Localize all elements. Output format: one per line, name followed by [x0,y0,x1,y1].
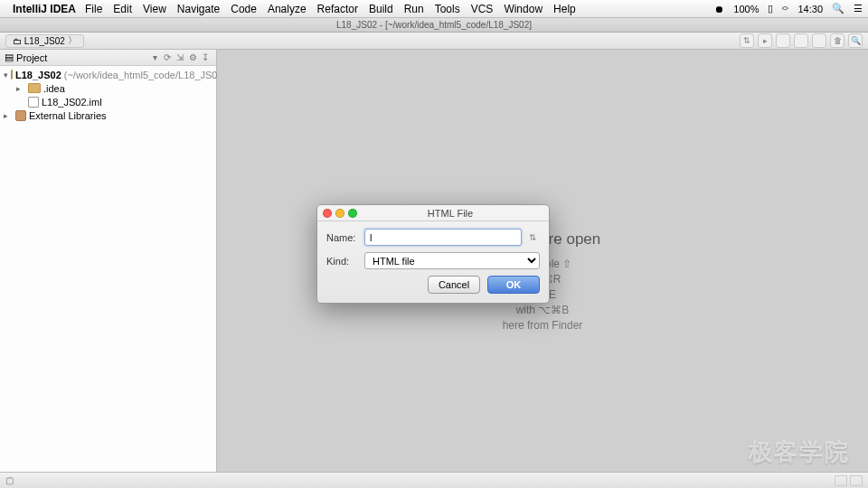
mac-menubar: IntelliJ IDEA File Edit View Navigate Co… [0,0,868,18]
menu-view[interactable]: View [143,3,166,15]
clock[interactable]: 14:30 [797,4,823,14]
menu-run[interactable]: Run [404,3,424,15]
zoom-icon[interactable] [348,209,357,218]
menu-help[interactable]: Help [553,3,576,15]
status-bar: ▢ [0,472,868,488]
chevron-right-icon[interactable]: ▸ [4,111,13,120]
project-tab-icon: ▤ [5,52,14,63]
name-input[interactable] [364,229,522,246]
toolbar-search-icon[interactable]: 🔍 [848,33,863,48]
tree-idea-dir[interactable]: ▸ .idea [0,81,216,95]
window-title: L18_JS02 - [~/work/idea_html5_code/L18_J… [0,18,868,33]
menu-navigate[interactable]: Navigate [177,3,220,15]
breadcrumb-chip[interactable]: 🗀 L18_JS02 〉 [5,34,84,48]
menu-code[interactable]: Code [231,3,257,15]
spotlight-icon[interactable]: 🔍 [832,3,844,14]
folder-icon [11,70,13,80]
dialog-titlebar[interactable]: HTML File [317,205,549,221]
name-label: Name: [326,232,364,243]
welcome-hint: with ⌥⌘B [485,304,601,316]
sidebar-hide-icon[interactable]: ↧ [199,52,212,62]
app-name[interactable]: IntelliJ IDEA [13,3,76,15]
tree-iml-file[interactable]: L18_JS02.iml [0,95,216,108]
menu-icon[interactable]: ☰ [854,3,863,14]
file-icon [28,97,39,108]
sidebar-settings-icon[interactable]: ⚙ [186,52,199,62]
project-tree: ▾ L18_JS02 (~/work/idea_html5_code/L18_J… [0,66,216,124]
ok-button[interactable]: OK [487,276,540,294]
toolbar-trash-icon[interactable]: 🗑 [830,33,844,48]
library-icon [15,110,26,121]
kind-select[interactable]: HTML file [364,252,540,269]
sidebar-sync-icon[interactable]: ⟳ [161,52,174,62]
folder-icon: 🗀 [13,36,22,46]
status-icon[interactable]: ▢ [5,475,14,485]
watermark: 极客学院 [749,436,850,468]
chevron-right-icon[interactable]: ▸ [16,84,25,93]
dialog-title: HTML File [357,208,543,219]
toolbar-btn-2[interactable] [794,33,808,48]
kind-label: Kind: [326,256,364,267]
menu-refactor[interactable]: Refactor [317,3,358,15]
menu-build[interactable]: Build [369,3,393,15]
toolbar-sort-icon[interactable]: ⇅ [740,33,754,48]
wifi-icon[interactable]: ⌔ [782,4,788,14]
battery-icon[interactable]: ▯ [768,3,773,14]
screencast-icon[interactable]: ⏺ [714,4,724,14]
folder-icon [28,83,41,93]
menu-window[interactable]: Window [504,3,542,15]
breadcrumb-bar: 🗀 L18_JS02 〉 ⇅ ▸ 🗑 🔍 [0,33,868,50]
updown-icon[interactable]: ⇅ [525,232,540,242]
project-sidebar: ▤ Project ▾ ⟳ ⇲ ⚙ ↧ ▾ L18_JS02 (~/work/i… [0,50,217,472]
chevron-down-icon[interactable]: ▾ [4,70,8,80]
menu-edit[interactable]: Edit [113,3,132,15]
cancel-button[interactable]: Cancel [428,276,480,294]
status-panel-icon[interactable] [850,475,863,486]
new-html-file-dialog: HTML File Name: ⇅ Kind: HTML file Cancel… [316,204,550,304]
menu-file[interactable]: File [85,3,102,15]
tree-external-libs[interactable]: ▸ External Libraries [0,108,216,122]
battery-pct: 100% [733,4,759,14]
menu-analyze[interactable]: Analyze [268,3,307,15]
toolbar-run-icon[interactable]: ▸ [758,33,772,48]
menu-vcs[interactable]: VCS [471,3,494,15]
toolbar-btn-3[interactable] [812,33,826,48]
menu-tools[interactable]: Tools [435,3,460,15]
close-icon[interactable] [323,209,332,218]
tree-root[interactable]: ▾ L18_JS02 (~/work/idea_html5_code/L18_J… [0,68,216,81]
toolbar-btn-1[interactable] [776,33,790,48]
welcome-hint: here from Finder [485,319,601,332]
sidebar-dropdown-icon[interactable]: ▾ [148,52,161,62]
minimize-icon[interactable] [335,209,344,218]
sidebar-header[interactable]: ▤ Project ▾ ⟳ ⇲ ⚙ ↧ [0,50,216,66]
sidebar-collapse-icon[interactable]: ⇲ [174,52,186,62]
status-lock-icon[interactable] [835,475,847,486]
